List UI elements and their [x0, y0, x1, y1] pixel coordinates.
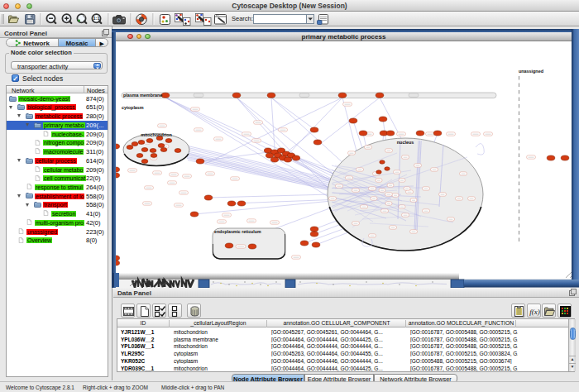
svg-text:nucleus: nucleus	[397, 140, 414, 145]
svg-text:f(x): f(x)	[529, 308, 540, 316]
svg-text:1:1: 1:1	[93, 16, 100, 21]
svg-text:Search:: Search:	[232, 15, 253, 22]
svg-text:plasma membrane: plasma membrane	[123, 93, 162, 98]
svg-text:endoplasmic reticulum: endoplasmic reticulum	[214, 229, 261, 234]
svg-text:mitochondrion: mitochondrion	[141, 132, 172, 137]
svg-text:cytoplasm: cytoplasm	[122, 105, 144, 110]
svg-text:unassigned: unassigned	[519, 69, 543, 74]
